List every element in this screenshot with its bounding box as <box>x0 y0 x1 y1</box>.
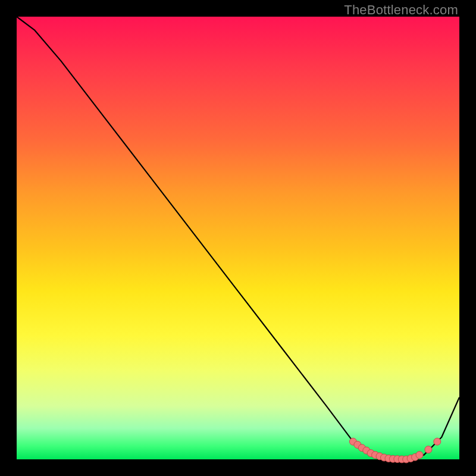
bottleneck-curve <box>17 17 459 459</box>
marker-dot <box>416 452 423 459</box>
marker-dot <box>434 438 441 445</box>
curve-line <box>17 17 459 459</box>
curve-svg <box>17 17 459 459</box>
plot-area <box>17 17 459 459</box>
marker-dot <box>425 446 432 453</box>
watermark-text: TheBottleneck.com <box>344 2 458 18</box>
chart-frame: TheBottleneck.com <box>0 0 476 476</box>
highlight-markers <box>349 438 440 463</box>
